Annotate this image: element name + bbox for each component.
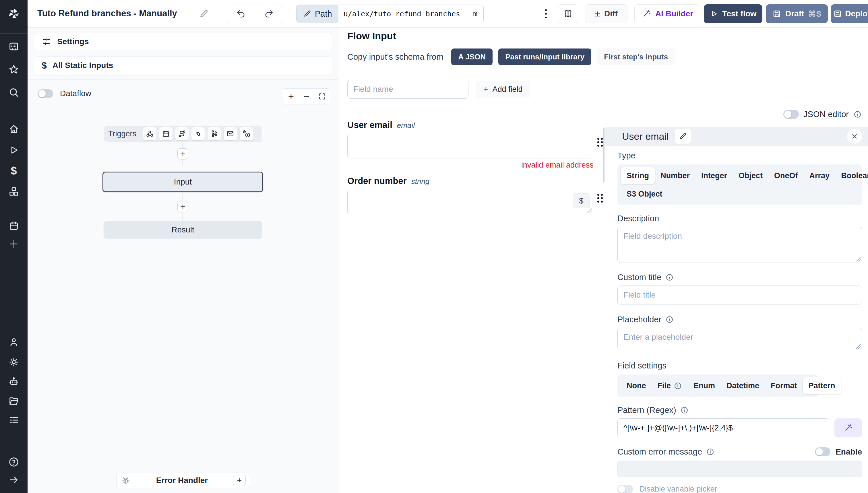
info-icon[interactable] xyxy=(680,406,689,414)
webhook-trigger-icon[interactable] xyxy=(143,127,156,140)
pattern-regex-input[interactable] xyxy=(618,419,829,437)
copy-schema-row: Copy input's schema from A JSON Past run… xyxy=(347,48,675,65)
custom-title-input[interactable] xyxy=(618,286,862,304)
schedule-trigger-icon[interactable] xyxy=(159,127,172,140)
info-icon[interactable] xyxy=(706,448,715,456)
type-option-number[interactable]: Number xyxy=(655,167,696,184)
add-step-button-top[interactable]: + xyxy=(177,148,188,159)
add-step-button-bottom[interactable]: + xyxy=(177,201,188,212)
setting-option-enum[interactable]: Enum xyxy=(688,377,721,394)
email-trigger-icon[interactable] xyxy=(224,127,237,140)
json-editor-toggle[interactable] xyxy=(783,110,799,119)
book-icon xyxy=(563,8,573,19)
type-option-array[interactable]: Array xyxy=(804,167,835,184)
ai-generate-regex-button[interactable] xyxy=(834,419,862,437)
sidebar: $ xyxy=(0,0,27,493)
workers-robot-icon[interactable] xyxy=(7,376,20,388)
flow-settings-card[interactable]: Settings xyxy=(34,33,332,50)
setting-option-none[interactable]: None xyxy=(621,377,652,394)
sidebar-divider xyxy=(0,33,27,34)
poll-trigger-icon[interactable] xyxy=(240,127,253,140)
info-icon[interactable] xyxy=(853,110,862,119)
field-name-input[interactable] xyxy=(347,80,468,99)
all-static-inputs-card[interactable]: $ All Static Inputs xyxy=(34,57,332,74)
setting-option-pattern[interactable]: Pattern xyxy=(803,377,841,394)
copy-from-past-runs-button[interactable]: Past runs/Input library xyxy=(498,48,591,65)
copy-from-first-step-button[interactable]: First step's inputs xyxy=(597,48,675,65)
undo-button[interactable] xyxy=(227,5,255,23)
add-field-button[interactable]: + Add field xyxy=(476,81,530,98)
fit-view-button[interactable] xyxy=(314,89,330,104)
docs-book-button[interactable] xyxy=(558,4,578,23)
schedules-calendar-icon[interactable] xyxy=(7,219,20,232)
field-error-text: invalid email address xyxy=(347,161,594,170)
placeholder-textarea[interactable] xyxy=(618,328,862,350)
plus-minus-icon: ± xyxy=(595,8,600,20)
drag-handle[interactable] xyxy=(597,138,603,147)
info-icon[interactable] xyxy=(665,273,674,281)
type-option-s3object[interactable]: S3 Object xyxy=(621,186,668,202)
path-input[interactable] xyxy=(338,5,483,23)
drag-handle[interactable] xyxy=(597,194,603,202)
custom-error-enable-toggle[interactable] xyxy=(815,447,830,456)
diff-button[interactable]: ± Diff xyxy=(585,4,628,23)
type-option-string[interactable]: String xyxy=(621,167,655,184)
order-number-input[interactable]: $ xyxy=(347,190,593,214)
path-label[interactable]: Path xyxy=(297,5,338,23)
type-option-oneof[interactable]: OneOf xyxy=(768,167,804,184)
rename-field-button[interactable] xyxy=(675,129,691,144)
variables-dollar-icon[interactable]: $ xyxy=(7,165,20,177)
copy-from-json-button[interactable]: A JSON xyxy=(451,48,492,65)
http-route-trigger-icon[interactable] xyxy=(175,127,189,140)
close-panel-button[interactable] xyxy=(847,129,862,144)
zoom-out-button[interactable]: − xyxy=(299,89,314,104)
expand-sidebar-arrow-icon[interactable] xyxy=(7,473,20,486)
user-icon[interactable] xyxy=(7,336,20,348)
disable-variable-picker-toggle[interactable] xyxy=(617,485,633,493)
help-icon[interactable] xyxy=(7,456,20,468)
field-row-order-number: $ xyxy=(338,190,605,214)
add-plus-icon[interactable] xyxy=(7,238,20,250)
save-icon xyxy=(772,9,781,18)
type-option-integer[interactable]: Integer xyxy=(696,167,733,184)
kafka-trigger-icon[interactable] xyxy=(208,127,221,140)
resources-boxes-icon[interactable] xyxy=(7,185,20,198)
search-icon[interactable] xyxy=(7,86,20,99)
favorites-star-icon[interactable] xyxy=(7,63,20,76)
type-option-object[interactable]: Object xyxy=(733,167,768,184)
type-option-boolean[interactable]: Boolean xyxy=(835,167,868,184)
folders-icon[interactable] xyxy=(7,394,20,407)
websocket-trigger-icon[interactable] xyxy=(191,127,205,140)
resize-handle[interactable] xyxy=(855,343,861,349)
setting-option-file[interactable]: File xyxy=(652,377,688,394)
triggers-node[interactable]: Triggers xyxy=(104,126,261,142)
ai-builder-button[interactable]: AI Builder xyxy=(634,4,700,23)
resize-handle[interactable] xyxy=(587,208,592,213)
resize-handle[interactable] xyxy=(855,256,861,261)
dataflow-toggle[interactable] xyxy=(38,89,53,98)
add-error-handler-button[interactable]: + xyxy=(233,475,246,486)
scrollbar-thumb[interactable] xyxy=(603,128,605,183)
error-handler-node[interactable]: Error Handler + xyxy=(116,473,250,488)
test-flow-button[interactable]: Test flow xyxy=(704,4,762,23)
variable-picker-dollar-button[interactable]: $ xyxy=(573,193,590,208)
workspace-switcher-icon[interactable] xyxy=(7,40,20,53)
user-email-input[interactable] xyxy=(347,134,593,158)
home-icon[interactable] xyxy=(7,123,20,135)
audit-logs-list-icon[interactable] xyxy=(7,414,20,426)
setting-option-format[interactable]: Format xyxy=(765,377,803,394)
edit-title-pencil-icon[interactable] xyxy=(199,8,209,19)
info-icon[interactable] xyxy=(665,315,674,324)
deploy-button[interactable]: Deploy xyxy=(831,4,868,23)
settings-gear-icon[interactable] xyxy=(7,356,20,368)
more-options-kebab-icon[interactable] xyxy=(540,6,552,21)
zoom-in-button[interactable]: + xyxy=(283,89,299,104)
windmill-logo-icon[interactable] xyxy=(0,0,27,27)
input-node[interactable]: Input xyxy=(103,172,263,192)
setting-option-datetime[interactable]: Datetime xyxy=(721,377,765,394)
redo-button[interactable] xyxy=(255,5,283,23)
result-node[interactable]: Result xyxy=(104,221,262,238)
save-draft-button[interactable]: Draft ⌘S xyxy=(766,4,828,23)
description-textarea[interactable] xyxy=(618,227,862,262)
runs-play-icon[interactable] xyxy=(7,144,20,156)
